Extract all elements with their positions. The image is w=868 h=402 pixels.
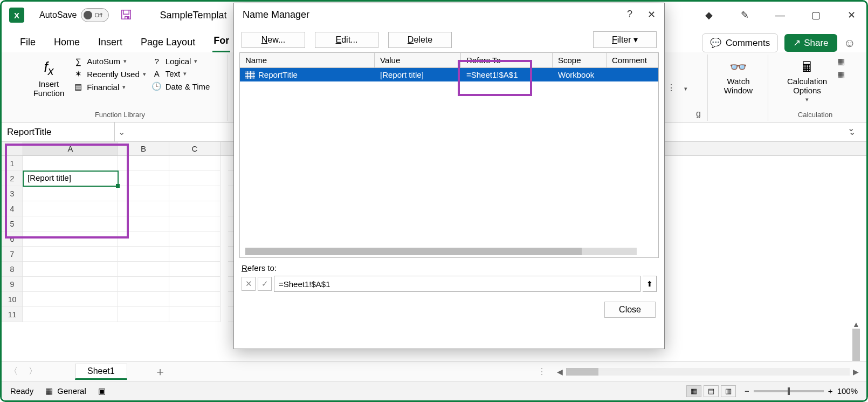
cell-B10[interactable] [118,292,169,307]
header-value[interactable]: Value [375,53,461,67]
toggle-track[interactable]: Off [81,8,109,22]
cell-B7[interactable] [118,247,169,262]
cell-A1[interactable] [23,156,118,171]
cell-A2[interactable]: [Report title] [23,171,118,186]
financial-button[interactable]: ▤Financial [73,82,146,92]
cell-B11[interactable] [118,307,169,322]
zoom-slider[interactable]: − + 100% [745,386,858,396]
col-header-C[interactable]: C [169,142,221,155]
row-header-7[interactable]: 7 [2,247,23,262]
select-all-corner[interactable] [2,142,23,155]
view-page-layout-button[interactable]: ▤ [704,385,719,397]
scroll-left-icon[interactable]: ◀ [557,367,563,376]
row-header-11[interactable]: 11 [2,307,23,322]
cell-C8[interactable] [169,262,221,277]
refers-cancel-button[interactable]: ✕ [242,277,256,291]
save-icon[interactable]: 🖫 [120,8,133,23]
delete-button[interactable]: Delete [388,32,452,48]
cell-B9[interactable] [118,277,169,292]
window-close-button[interactable]: ✕ [844,8,859,23]
header-scope[interactable]: Scope [553,53,607,67]
share-button[interactable]: ↗ Share [784,34,837,52]
cell-A8[interactable] [23,262,118,277]
horizontal-scrollbar[interactable]: ◀ ▶ [557,367,859,376]
autosum-button[interactable]: ∑AutoSum [73,57,146,66]
comments-button[interactable]: 💬 Comments [702,33,778,52]
tab-page-layout[interactable]: Page Layout [140,35,196,52]
autosave-toggle[interactable]: AutoSave Off [39,8,109,22]
new-button[interactable]: New... [242,32,305,48]
calc-options-button[interactable]: 🖩 Calculation Options [784,57,830,105]
row-header-10[interactable]: 10 [2,292,23,307]
cell-C2[interactable] [169,171,221,186]
scroll-up-icon[interactable]: ▲ [852,320,860,329]
sheet-tab-sheet1[interactable]: Sheet1 [75,364,127,380]
row-header-9[interactable]: 9 [2,277,23,292]
row-header-6[interactable]: 6 [2,231,23,247]
dialog-help-button[interactable]: ? [627,9,632,21]
view-normal-button[interactable]: ▦ [686,385,701,397]
cell-A5[interactable] [23,216,118,231]
cell-C10[interactable] [169,292,221,307]
cell-C11[interactable] [169,307,221,322]
cell-B2[interactable] [118,171,169,186]
cell-B1[interactable] [118,156,169,171]
name-list[interactable]: ReportTitle [Report title] =Sheet1!$A$1 … [239,68,659,258]
close-button[interactable]: Close [604,302,656,318]
col-header-B[interactable]: B [118,142,169,155]
maximize-button[interactable]: ▢ [808,8,823,23]
feedback-icon[interactable]: ☺ [844,36,856,50]
refers-collapse-button[interactable]: ⬆ [643,276,657,292]
cell-C3[interactable] [169,186,221,201]
view-page-break-button[interactable]: ▥ [721,385,736,397]
row-header-2[interactable]: 2 [2,171,23,186]
cell-A4[interactable] [23,201,118,216]
group-overflow[interactable] [684,83,687,93]
cell-B3[interactable] [118,186,169,201]
calc-now-button[interactable]: ▦ [836,57,846,66]
tab-insert[interactable]: Insert [97,35,123,52]
sheet-prev-icon[interactable]: 〈 [9,366,18,377]
zoom-value[interactable]: 100% [837,386,858,396]
recently-used-button[interactable]: ✶Recently Used [73,69,146,79]
header-comment[interactable]: Comment [607,53,658,67]
cell-A7[interactable] [23,247,118,262]
copilot-icon[interactable]: ◆ [701,8,717,23]
name-list-row[interactable]: ReportTitle [Report title] =Sheet1!$A$1 … [240,68,658,81]
cell-B8[interactable] [118,262,169,277]
cell-B5[interactable] [118,216,169,231]
pen-icon[interactable]: ✎ [737,8,752,23]
zoom-knob[interactable] [788,387,790,395]
cell-C6[interactable] [169,231,221,247]
minimize-button[interactable]: — [773,8,788,23]
cell-A10[interactable] [23,292,118,307]
calc-sheet-button[interactable]: ▦ [836,70,846,79]
ribbon-collapse-button[interactable]: ⌄ [848,123,855,133]
cell-C4[interactable] [169,201,221,216]
cell-A9[interactable] [23,277,118,292]
cell-C5[interactable] [169,216,221,231]
zoom-out-icon[interactable]: − [745,386,749,396]
tab-file[interactable]: File [19,35,37,52]
tab-home[interactable]: Home [53,35,81,52]
display-settings-icon[interactable]: ▣ [98,386,106,396]
row-header-5[interactable]: 5 [2,216,23,231]
text-button[interactable]: AText [151,69,210,78]
hscroll-thumb[interactable] [566,368,598,376]
cell-B4[interactable] [118,201,169,216]
dialog-titlebar[interactable]: Name Manager ? ✕ [234,3,664,26]
filter-button[interactable]: Filter ▾ [593,31,657,48]
col-header-A[interactable]: A [23,142,118,155]
logical-button[interactable]: ?Logical [151,57,210,66]
name-box-dropdown[interactable]: ⌄ [115,127,128,137]
refers-to-input[interactable] [274,276,640,292]
cell-A6[interactable] [23,231,118,247]
edit-button[interactable]: Edit... [315,32,378,48]
cell-A3[interactable] [23,186,118,201]
insert-function-button[interactable]: fx Insert Function [30,57,68,100]
row-header-4[interactable]: 4 [2,201,23,216]
list-scrollbar[interactable] [245,248,637,255]
scroll-right-icon[interactable]: ▶ [853,367,859,376]
refers-accept-button[interactable]: ✓ [258,277,272,291]
vscroll-thumb[interactable] [852,329,860,361]
